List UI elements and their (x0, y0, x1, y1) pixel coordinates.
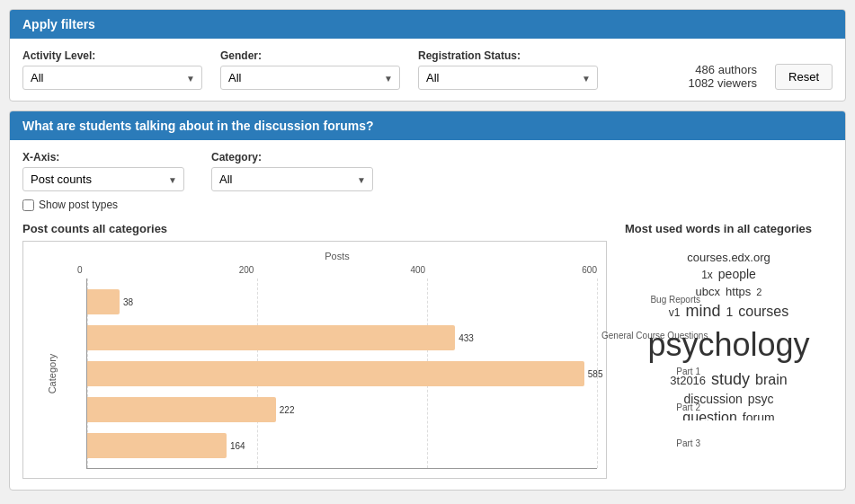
xaxis-group: X-Axis: Post counts (22, 151, 184, 191)
activity-select[interactable]: All (22, 66, 202, 90)
word: forum (743, 411, 775, 420)
category-label: Category: (211, 151, 373, 164)
word: study (711, 370, 750, 388)
bar-row: 433General Course Questions (87, 325, 597, 350)
discussion-panel: What are students talking about in the d… (9, 111, 846, 491)
tick-400: 400 (411, 265, 426, 275)
posts-axis-label: Posts (77, 251, 597, 261)
bar-fill (87, 325, 455, 350)
bar-value: 38 (123, 297, 133, 307)
gender-select[interactable]: All (220, 66, 400, 90)
word: 1x (701, 269, 713, 281)
discussion-panel-body: X-Axis: Post counts Category: All Show p… (10, 140, 845, 490)
word: people (718, 267, 756, 281)
bar-value: 585 (588, 369, 603, 379)
bar-fill (87, 433, 227, 458)
discussion-panel-title: What are students talking about in the d… (22, 119, 373, 133)
gender-label: Gender: (220, 49, 400, 62)
chart-section: Post counts all categories Posts 0 200 4… (22, 222, 833, 479)
word: question (682, 410, 737, 420)
bar-row: 164Part 3 (87, 433, 597, 458)
filter-panel-body: Activity Level: All Gender: All Registra… (10, 39, 845, 101)
filter-panel-title: Apply filters (22, 17, 95, 31)
show-post-types-label: Show post types (39, 199, 118, 211)
stats-block: 486 authors 1082 viewers (688, 63, 757, 90)
activity-label: Activity Level: (22, 49, 202, 62)
word: psychology (647, 326, 809, 363)
show-post-types-checkbox[interactable] (22, 199, 34, 211)
bar-fill (87, 361, 584, 386)
discussion-panel-header: What are students talking about in the d… (10, 111, 845, 140)
word: mind (685, 302, 720, 320)
category-select[interactable]: All (211, 167, 373, 191)
word: 2 (756, 287, 761, 297)
bar-row: 585Part 1 (87, 361, 597, 386)
viewers-count: 1082 viewers (688, 76, 757, 90)
tick-600: 600 (582, 265, 597, 275)
word: discussion (683, 392, 742, 406)
word: courses.edx.org (687, 251, 770, 264)
registration-filter-group: Registration Status: All (418, 49, 598, 90)
registration-label: Registration Status: (418, 49, 598, 62)
bar-chart-container: Posts 0 200 400 600 Category 38Bug Repor… (22, 241, 607, 479)
word: courses (738, 304, 788, 319)
word: v1 (669, 306, 681, 319)
registration-select[interactable]: All (418, 66, 598, 90)
word: ubcx (696, 285, 720, 298)
axis-cat-row: X-Axis: Post counts Category: All (22, 151, 833, 191)
bar-fill (87, 289, 120, 314)
word: brain (755, 372, 788, 387)
xaxis-label: X-Axis: (22, 151, 184, 164)
filter-panel: Apply filters Activity Level: All Gender… (9, 9, 846, 102)
bar-row: 222Part 2 (87, 397, 597, 422)
tick-0: 0 (77, 265, 83, 275)
word: 3t2016 (670, 374, 706, 387)
x-axis-ticks: 0 200 400 600 (77, 265, 597, 275)
category-group: Category: All (211, 151, 373, 191)
xaxis-select[interactable]: Post counts (22, 167, 184, 191)
show-post-types-row: Show post types (22, 199, 833, 211)
chart-left: Post counts all categories Posts 0 200 4… (22, 222, 607, 479)
gender-select-wrap: All (220, 66, 400, 90)
bar-fill (87, 397, 276, 422)
category-select-wrap: All (211, 167, 373, 191)
word-cloud-title: Most used words in all categories (625, 222, 833, 235)
filter-panel-header: Apply filters (10, 10, 845, 39)
activity-filter-group: Activity Level: All (22, 49, 202, 90)
gender-filter-group: Gender: All (220, 49, 400, 90)
category-axis-label: Category (47, 354, 58, 394)
chart-title: Post counts all categories (22, 222, 607, 235)
word: https (726, 285, 751, 298)
xaxis-select-wrap: Post counts (22, 167, 184, 191)
bars-area: 38Bug Reports433General Course Questions… (86, 279, 597, 469)
bar-value: 222 (280, 405, 295, 415)
bar-row: 38Bug Reports (87, 289, 597, 314)
filter-row: Activity Level: All Gender: All Registra… (22, 49, 833, 90)
tick-200: 200 (239, 265, 254, 275)
word: 1 (726, 305, 733, 319)
registration-select-wrap: All (418, 66, 598, 90)
bar-value: 164 (230, 441, 245, 451)
bar-value: 433 (459, 333, 474, 343)
bar-label: Part 3 (601, 438, 700, 448)
activity-select-wrap: All (22, 66, 202, 90)
authors-count: 486 authors (688, 63, 757, 76)
reset-button[interactable]: Reset (775, 64, 833, 90)
word: psyc (748, 392, 774, 406)
word-cloud: courses.edx.org1xpeopleubcxhttps2v1mind1… (625, 241, 833, 420)
